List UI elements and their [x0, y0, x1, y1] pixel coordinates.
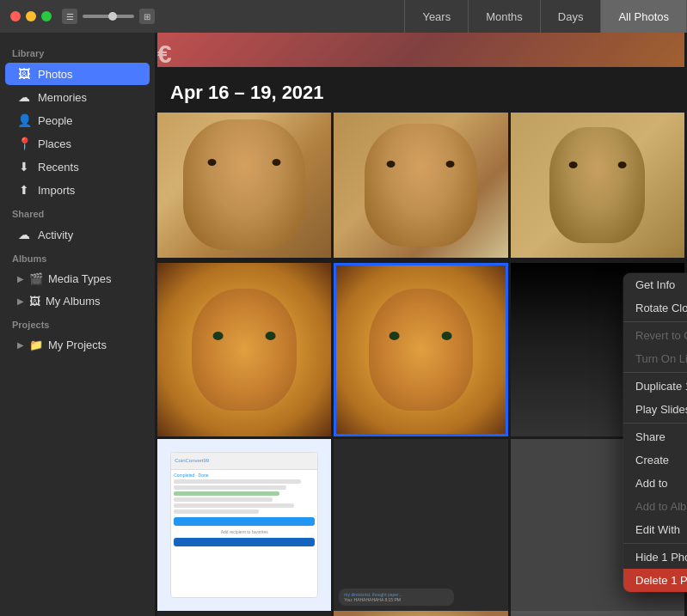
- ss-line-2: [174, 485, 286, 490]
- tab-days[interactable]: Days: [541, 0, 602, 33]
- ss-header-text: CoinConvert99: [175, 458, 209, 463]
- sidebar: Library 🖼 Photos ☁ Memories 👤 People 📍 P…: [0, 33, 155, 616]
- activity-icon: ☁: [17, 228, 31, 241]
- context-menu-duplicate[interactable]: Duplicate 1 Photo: [623, 375, 687, 398]
- baby-eye-left-1: [208, 159, 217, 166]
- context-menu-rotate-clockwise[interactable]: Rotate Clockwise: [623, 296, 687, 320]
- baby-eyes-3: [568, 162, 626, 168]
- tab-months[interactable]: Months: [469, 0, 541, 33]
- baby-eye-right-1: [273, 159, 281, 166]
- context-menu-slideshow[interactable]: Play Slideshow: [623, 398, 687, 421]
- my-projects-icon: 📁: [29, 338, 43, 351]
- ss-header: CoinConvert99: [171, 453, 317, 470]
- close-button[interactable]: [10, 11, 21, 21]
- photo-cell-cat1[interactable]: [157, 263, 331, 436]
- sidebar-item-places[interactable]: 📍 Places: [5, 132, 150, 155]
- context-menu-share-label: Share: [635, 430, 666, 443]
- chevron-right-icon: ▶: [17, 274, 24, 284]
- sidebar-item-my-projects[interactable]: ▶ 📁 My Projects: [5, 334, 150, 356]
- context-menu-create[interactable]: Create ▶: [623, 448, 687, 472]
- context-menu-add-album-label: Add to Album: [635, 500, 687, 513]
- my-albums-icon: 🖼: [29, 295, 40, 308]
- photo-cell-screenshot[interactable]: CoinConvert99 Completed · Done Add recip…: [157, 439, 331, 611]
- tab-years[interactable]: Years: [404, 0, 469, 33]
- library-section-label: Library: [0, 41, 155, 62]
- sidebar-item-photos[interactable]: 🖼 Photos: [5, 63, 150, 85]
- cat-eye-left-1: [213, 332, 224, 340]
- sidebar-item-my-albums[interactable]: ▶ 🖼 My Albums: [5, 290, 150, 312]
- maximize-button[interactable]: [41, 11, 52, 21]
- context-menu-add-to-label: Add to: [635, 477, 668, 490]
- places-icon: 📍: [17, 137, 31, 150]
- context-menu-hide[interactable]: Hide 1 Photo: [623, 546, 687, 569]
- ss-completed-label: Completed · Done: [174, 473, 315, 478]
- context-menu-add-to-album: Add to Album: [623, 495, 687, 518]
- context-menu-live-photo: Turn On Live Photo: [623, 347, 687, 370]
- sidebar-item-people[interactable]: 👤 People: [5, 109, 150, 131]
- cat-face-2: [369, 289, 473, 411]
- context-menu-hide-label: Hide 1 Photo: [635, 551, 687, 564]
- context-menu: Get Info Rotate Clockwise Revert to Orig…: [623, 273, 687, 592]
- baby-eye-left-3: [568, 162, 577, 168]
- context-menu-duplicate-label: Duplicate 1 Photo: [635, 380, 687, 393]
- sidebar-item-memories[interactable]: ☁ Memories: [5, 86, 150, 108]
- sidebar-item-activity[interactable]: ☁ Activity: [5, 223, 150, 246]
- sidebar-item-recents[interactable]: ⬇ Recents: [5, 156, 150, 178]
- traffic-lights: [0, 11, 52, 21]
- photo-cell-baby3[interactable]: [511, 113, 684, 258]
- baby-face-overlay-1: [157, 113, 331, 258]
- context-menu-add-to[interactable]: Add to ▶: [623, 472, 687, 495]
- view-tabs: Years Months Days All Photos: [404, 0, 687, 33]
- baby-eye-right-2: [446, 161, 455, 168]
- sidebar-item-media-types-label: Media Types: [48, 272, 111, 285]
- chevron-right-icon-2: ▶: [17, 296, 24, 306]
- partial-photo-2[interactable]: [334, 611, 507, 616]
- ss-line-3: [174, 491, 279, 496]
- photo-grid-middle: G-TINDIGI: [155, 260, 687, 436]
- context-menu-delete[interactable]: Delete 1 Photo: [623, 569, 687, 592]
- photo-cell-baby1[interactable]: [157, 113, 331, 258]
- baby-eye-right-3: [617, 162, 626, 168]
- split-view-button[interactable]: ⊞: [139, 9, 155, 24]
- partial-photo-3[interactable]: [511, 611, 684, 616]
- context-menu-get-info-label: Get Info: [635, 278, 675, 291]
- context-menu-edit-with[interactable]: Edit With ▶: [623, 518, 687, 541]
- media-types-icon: 🎬: [29, 272, 43, 285]
- cm-separator-1: [623, 321, 687, 322]
- slider-thumb: [108, 12, 117, 21]
- titlebar: ☰ ⊞ Years Months Days All Photos: [0, 0, 687, 33]
- photos-icon: 🖼: [17, 67, 31, 81]
- zoom-slider[interactable]: [83, 15, 134, 18]
- cm-separator-3: [623, 423, 687, 424]
- cat-eye-right-1: [266, 332, 276, 340]
- cat-eye-left-2: [390, 332, 400, 340]
- context-menu-revert-label: Revert to Original: [635, 329, 687, 342]
- chat-message: You: HAHAHAHAHA 8:15 PM: [344, 597, 448, 602]
- sidebar-item-recents-label: Recents: [38, 161, 79, 174]
- chat-bubble-1: my directorist, thought paper... You: HA…: [339, 589, 453, 606]
- sidebar-item-imports[interactable]: ⬆ Imports: [5, 179, 150, 201]
- sidebar-item-photos-label: Photos: [38, 68, 72, 81]
- photo-cell-chat[interactable]: my directorist, thought paper... You: HA…: [334, 439, 507, 611]
- minimize-button[interactable]: [26, 11, 36, 21]
- imports-icon: ⬆: [17, 183, 31, 197]
- partial-photo-1[interactable]: [157, 611, 331, 616]
- sidebar-toggle-button[interactable]: ☰: [62, 9, 77, 24]
- context-menu-share[interactable]: Share ▶: [623, 425, 687, 448]
- ss-line-6: [174, 509, 258, 514]
- cat-face-container-2: [334, 263, 507, 436]
- ss-button: [174, 517, 315, 526]
- photo-cell-cat-selected[interactable]: [334, 263, 507, 436]
- sidebar-item-media-types[interactable]: ▶ 🎬 Media Types: [5, 268, 150, 290]
- context-menu-get-info[interactable]: Get Info: [623, 273, 687, 296]
- context-menu-slideshow-label: Play Slideshow: [635, 403, 687, 416]
- tab-all-photos[interactable]: All Photos: [601, 0, 687, 33]
- cat-eyes-row-2: [390, 332, 452, 340]
- albums-section-label: Albums: [0, 247, 155, 267]
- photo-cell-baby2[interactable]: [334, 113, 507, 258]
- sidebar-item-activity-label: Activity: [38, 229, 73, 241]
- baby-eyes-1: [208, 159, 281, 166]
- photo-content: € Apr 16 – 19, 2021: [155, 33, 687, 616]
- app-body: Library 🖼 Photos ☁ Memories 👤 People 📍 P…: [0, 33, 687, 616]
- ss-action-button: [174, 538, 315, 546]
